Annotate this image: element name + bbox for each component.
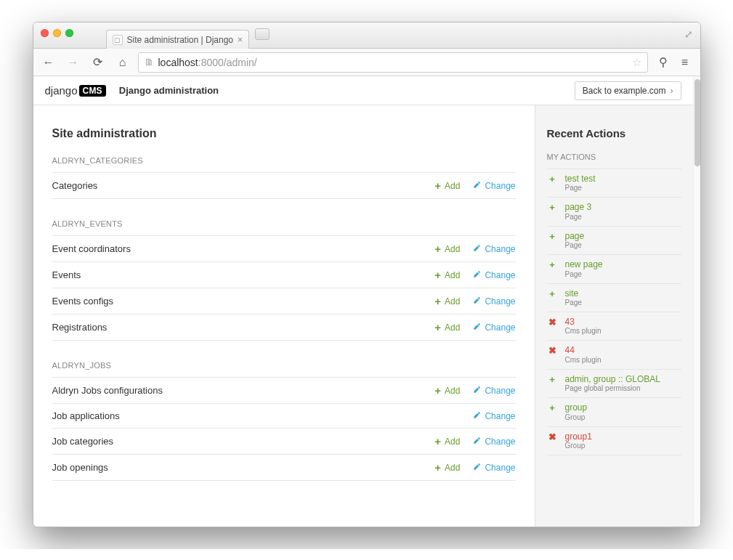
recent-action-item[interactable]: +pagePage xyxy=(547,227,681,255)
back-button[interactable]: ← xyxy=(39,53,58,72)
extension-button[interactable]: ⚲ xyxy=(654,53,673,72)
vertical-scrollbar[interactable] xyxy=(693,76,700,527)
add-link[interactable]: +Add xyxy=(434,461,460,474)
change-label: Change xyxy=(485,437,515,447)
logo[interactable]: django CMS xyxy=(45,84,106,97)
pencil-icon xyxy=(473,181,481,190)
resize-icon[interactable]: ⤢ xyxy=(684,28,693,40)
pencil-icon xyxy=(473,296,481,306)
add-label: Add xyxy=(445,270,460,280)
add-link[interactable]: +Add xyxy=(434,321,460,333)
back-to-site-button[interactable]: Back to example.com › xyxy=(575,81,681,100)
recent-action-item[interactable]: ✖group1Group xyxy=(547,427,681,455)
model-row: Categories+AddChange xyxy=(52,172,516,199)
change-link[interactable]: Change xyxy=(473,437,515,447)
recent-action-title: new page xyxy=(565,259,603,269)
home-button[interactable]: ⌂ xyxy=(113,53,132,72)
viewport: django CMS Django administration Back to… xyxy=(33,76,700,527)
model-name-link[interactable]: Job applications xyxy=(52,410,461,421)
recent-action-subtitle: Page global permission xyxy=(565,384,660,393)
recent-action-item[interactable]: +admin, group :: GLOBALPage global permi… xyxy=(547,370,681,398)
change-link[interactable]: Change xyxy=(473,411,515,421)
change-link[interactable]: Change xyxy=(473,463,515,473)
model-row: Job categories+AddChange xyxy=(52,428,516,454)
main-content: Site administration ALDRYN_CATEGORIESCat… xyxy=(33,105,535,527)
add-link[interactable]: +Add xyxy=(434,269,460,281)
logo-text: django xyxy=(45,84,78,97)
change-label: Change xyxy=(485,296,515,307)
reload-button[interactable]: ⟳ xyxy=(89,53,108,72)
pencil-icon xyxy=(473,463,481,472)
model-name-link[interactable]: Aldryn Jobs configurations xyxy=(52,385,422,396)
add-link[interactable]: +Add xyxy=(434,435,460,447)
add-label: Add xyxy=(445,322,460,333)
model-row: Events configs+AddChange xyxy=(52,288,516,314)
url-port: :8000 xyxy=(198,57,224,68)
model-name-link[interactable]: Events xyxy=(52,269,422,280)
recent-action-item[interactable]: +new pagePage xyxy=(547,255,681,283)
change-link[interactable]: Change xyxy=(473,296,515,307)
menu-button[interactable]: ≡ xyxy=(676,53,694,72)
browser-window: ▢ Site administration | Django × ⤢ ← → ⟳… xyxy=(33,22,701,527)
recent-action-subtitle: Group xyxy=(565,413,588,422)
recent-action-subtitle: Page xyxy=(565,241,585,250)
model-name-link[interactable]: Job categories xyxy=(52,436,422,447)
back-to-site-label: Back to example.com xyxy=(583,86,666,96)
model-name-link[interactable]: Event coordinators xyxy=(52,243,422,254)
recent-action-title: test test xyxy=(565,174,596,184)
browser-tab[interactable]: ▢ Site administration | Django × xyxy=(106,30,250,49)
recent-action-item[interactable]: ✖43Cms plugin xyxy=(547,312,681,341)
window-close-button[interactable] xyxy=(41,29,49,37)
model-name-link[interactable]: Categories xyxy=(52,180,422,191)
recent-action-item[interactable]: +page 3Page xyxy=(547,198,681,226)
change-label: Change xyxy=(485,322,515,333)
recent-action-title: page 3 xyxy=(565,202,592,212)
change-link[interactable]: Change xyxy=(473,181,515,191)
recent-action-title: 43 xyxy=(565,317,602,327)
change-label: Change xyxy=(485,270,515,280)
change-link[interactable]: Change xyxy=(473,386,515,396)
change-link[interactable]: Change xyxy=(473,244,515,254)
recent-action-subtitle: Cms plugin xyxy=(565,327,602,336)
app-section: ALDRYN_CATEGORIESCategories+AddChange xyxy=(52,156,516,199)
new-tab-button[interactable] xyxy=(255,28,270,40)
plus-icon: + xyxy=(547,288,558,307)
page-info-icon[interactable]: 🗎 xyxy=(145,57,154,68)
tab-close-button[interactable]: × xyxy=(238,35,243,45)
scrollbar-thumb[interactable] xyxy=(694,79,700,166)
add-label: Add xyxy=(445,181,460,191)
recent-action-item[interactable]: +groupGroup xyxy=(547,398,681,426)
window-controls xyxy=(41,29,73,37)
plus-icon: + xyxy=(434,461,441,474)
bookmark-star-icon[interactable]: ☆ xyxy=(632,56,641,69)
plus-icon: + xyxy=(434,321,441,333)
add-link[interactable]: +Add xyxy=(434,243,460,255)
recent-action-item[interactable]: +sitePage xyxy=(547,284,681,312)
forward-button[interactable]: → xyxy=(64,53,83,72)
recent-action-subtitle: Page xyxy=(565,213,592,222)
add-link[interactable]: +Add xyxy=(434,179,460,192)
model-row: Event coordinators+AddChange xyxy=(52,235,516,261)
admin-title: Django administration xyxy=(119,85,219,96)
add-link[interactable]: +Add xyxy=(434,384,460,397)
url-path: /admin/ xyxy=(224,57,257,68)
model-name-link[interactable]: Job openings xyxy=(52,462,422,473)
recent-action-item[interactable]: +test testPage xyxy=(547,169,681,198)
change-label: Change xyxy=(485,411,515,421)
model-row: Job applicationsChange xyxy=(52,403,516,428)
window-maximize-button[interactable] xyxy=(65,29,73,37)
recent-action-item[interactable]: ✖44Cms plugin xyxy=(547,341,681,369)
app-name: ALDRYN_CATEGORIES xyxy=(52,156,516,172)
add-link[interactable]: +Add xyxy=(434,295,460,307)
pencil-icon xyxy=(473,270,481,280)
address-bar[interactable]: 🗎 localhost :8000 /admin/ ☆ xyxy=(138,52,648,73)
app-section: ALDRYN_JOBSAldryn Jobs configurations+Ad… xyxy=(52,361,516,481)
change-link[interactable]: Change xyxy=(473,270,515,280)
browser-toolbar: ← → ⟳ ⌂ 🗎 localhost :8000 /admin/ ☆ ⚲ ≡ xyxy=(33,49,700,76)
window-minimize-button[interactable] xyxy=(53,29,61,37)
change-label: Change xyxy=(485,244,515,254)
change-link[interactable]: Change xyxy=(473,322,515,333)
model-name-link[interactable]: Registrations xyxy=(52,322,422,333)
plus-icon: + xyxy=(434,384,441,397)
model-name-link[interactable]: Events configs xyxy=(52,296,422,307)
